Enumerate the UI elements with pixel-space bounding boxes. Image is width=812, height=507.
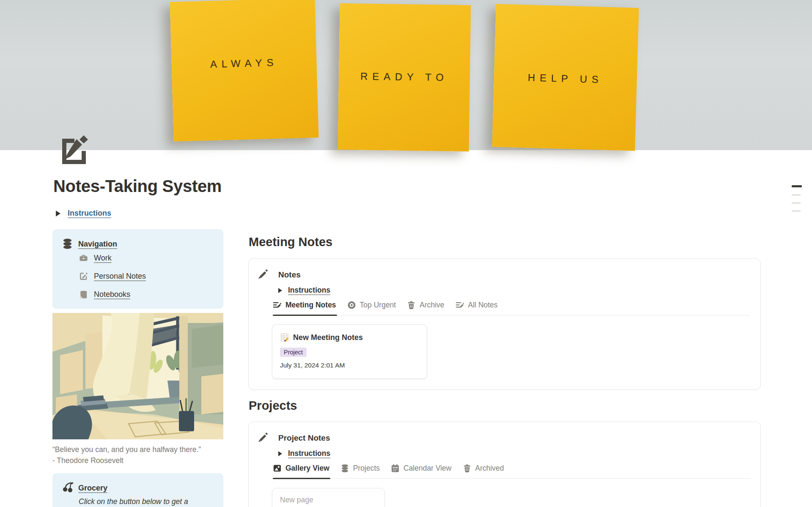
toc-bar[interactable] — [792, 194, 801, 196]
briefcase-icon — [79, 253, 88, 263]
tab-gallery-view[interactable]: Gallery View — [273, 464, 329, 478]
cherries-icon — [62, 481, 74, 495]
notes-instructions-toggle[interactable]: Instructions — [278, 286, 330, 295]
toggle-triangle-icon[interactable] — [278, 288, 282, 293]
table-of-contents[interactable] — [792, 185, 803, 218]
quote-author: - Theodore Roosevelt — [52, 455, 239, 466]
trash-icon — [463, 464, 472, 473]
project-notes-instructions-toggle[interactable]: Instructions — [278, 449, 330, 458]
work-link[interactable]: Work — [94, 254, 112, 263]
sidebar-item-work[interactable]: Work — [79, 253, 112, 263]
tab-archived[interactable]: Archived — [463, 464, 504, 478]
sticky-note-1: ALWAYS — [170, 0, 318, 142]
quote-text: “Believe you can, and you are halfway th… — [52, 444, 239, 455]
quote-block: “Believe you can, and you are halfway th… — [52, 444, 239, 466]
tab-projects[interactable]: Projects — [340, 464, 380, 478]
notebook-icon — [79, 290, 88, 299]
notebooks-link[interactable]: Notebooks — [94, 290, 130, 299]
tab-label: Meeting Notes — [285, 301, 336, 310]
tab-label: Archive — [420, 301, 444, 310]
notes-db-title[interactable]: Notes — [278, 270, 301, 280]
project-view-tabs: Gallery View Projects Calendar View — [273, 464, 750, 479]
new-page-button[interactable]: New page — [272, 488, 385, 507]
sticky-note-1-text: ALWAYS — [171, 55, 328, 71]
instructions-link[interactable]: Instructions — [68, 209, 111, 218]
tab-label: Projects — [353, 464, 380, 473]
tab-label: All Notes — [468, 301, 498, 310]
notes-view-tabs: Meeting Notes Top Urgent Archive — [273, 301, 750, 315]
page-title[interactable]: Notes-Taking System — [53, 177, 222, 196]
desk-scene-image — [52, 313, 223, 439]
note-card-title: New Meeting Notes — [280, 333, 363, 342]
trash-icon — [407, 301, 416, 310]
notion-page: ALWAYS READY TO HELP US Notes-Taking Sys… — [0, 0, 812, 507]
project-notes-db-title[interactable]: Project Notes — [278, 433, 330, 443]
list-pencil-icon — [273, 301, 282, 310]
toc-bar-active[interactable] — [792, 185, 802, 187]
sticky-note-3: HELP US — [492, 4, 639, 151]
page-edit-icon[interactable] — [58, 134, 90, 167]
tab-label: Top Urgent — [360, 301, 396, 310]
tab-all-notes[interactable]: All Notes — [455, 301, 498, 315]
tab-meeting-notes[interactable]: Meeting Notes — [273, 301, 336, 315]
pencil-icon — [257, 267, 269, 282]
project-notes-instructions-link[interactable]: Instructions — [288, 449, 330, 458]
tab-archive[interactable]: Archive — [407, 301, 444, 315]
navigation-callout: Navigation Work Personal Notes Notebooks — [52, 229, 223, 309]
grocery-description: Click on the button below to get a — [79, 497, 188, 506]
meeting-notes-heading: Meeting Notes — [249, 235, 332, 249]
new-page-placeholder: New page — [280, 496, 313, 504]
workspace-illustration — [52, 313, 223, 439]
memo-icon — [280, 333, 289, 342]
toc-bar[interactable] — [792, 202, 801, 204]
sticky-note-3-text: HELP US — [494, 71, 637, 86]
cover-image: ALWAYS READY TO HELP US — [0, 0, 812, 150]
grocery-callout: Grocery Click on the button below to get… — [52, 473, 223, 507]
tab-top-urgent[interactable]: Top Urgent — [347, 301, 396, 315]
projects-heading: Projects — [249, 399, 297, 413]
grocery-title-link[interactable]: Grocery — [78, 484, 107, 493]
toc-bar[interactable] — [792, 210, 801, 212]
edit-icon — [79, 271, 88, 281]
sticky-note-2: READY TO — [338, 3, 471, 151]
tab-calendar-view[interactable]: Calendar View — [391, 464, 452, 478]
instructions-toggle[interactable]: Instructions — [56, 209, 111, 218]
target-icon — [347, 301, 356, 310]
note-card-title-text: New Meeting Notes — [293, 333, 363, 342]
toggle-triangle-icon[interactable] — [278, 451, 282, 456]
note-card-date: July 31, 2024 2:01 AM — [280, 362, 345, 369]
tab-label: Archived — [475, 464, 504, 473]
calendar-icon — [391, 464, 400, 473]
project-tag: Project — [280, 348, 307, 357]
pencil-icon — [257, 430, 269, 445]
sidebar-item-personal-notes[interactable]: Personal Notes — [79, 271, 146, 281]
navigation-title-link[interactable]: Navigation — [78, 240, 117, 249]
tab-label: Calendar View — [403, 464, 452, 473]
database-icon — [62, 238, 73, 251]
gallery-icon — [273, 464, 282, 473]
sidebar-item-notebooks[interactable]: Notebooks — [79, 290, 130, 299]
toggle-triangle-icon[interactable] — [56, 211, 60, 217]
meeting-note-card[interactable]: New Meeting Notes Project July 31, 2024 … — [272, 324, 427, 379]
personal-notes-link[interactable]: Personal Notes — [94, 272, 146, 281]
tab-label: Gallery View — [285, 464, 329, 473]
notes-instructions-link[interactable]: Instructions — [288, 286, 330, 295]
database-icon — [340, 464, 349, 473]
sticky-note-2-text: READY TO — [339, 70, 470, 84]
list-pencil-icon — [455, 301, 464, 310]
